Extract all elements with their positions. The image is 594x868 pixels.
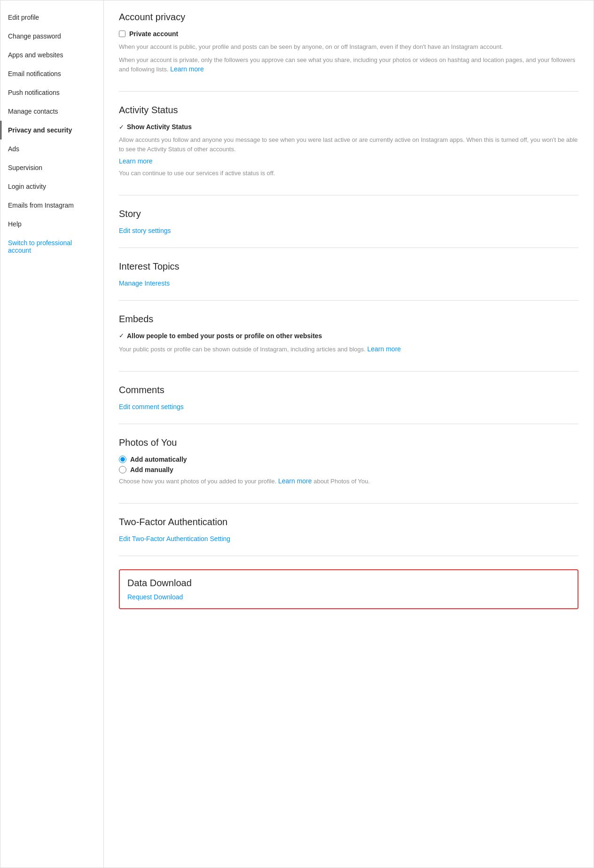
sidebar-item-apps-and-websites[interactable]: Apps and websites xyxy=(0,46,103,64)
sidebar-item-privacy-and-security[interactable]: Privacy and security xyxy=(0,121,103,140)
request-download-link[interactable]: Request Download xyxy=(127,593,183,601)
sidebar-item-ads[interactable]: Ads xyxy=(0,140,103,158)
sidebar-item-emails-from-instagram[interactable]: Emails from Instagram xyxy=(0,196,103,215)
private-account-label[interactable]: Private account xyxy=(129,30,178,38)
sidebar-item-manage-contacts[interactable]: Manage contacts xyxy=(0,102,103,121)
main-content: Account privacy Private account When you… xyxy=(104,0,594,868)
data-download-title: Data Download xyxy=(127,578,570,589)
manage-interests-link[interactable]: Manage Interests xyxy=(119,279,170,287)
photos-of-you-title: Photos of You xyxy=(119,437,578,448)
add-manually-row: Add manually xyxy=(119,466,578,473)
photos-of-you-section: Photos of You Add automatically Add manu… xyxy=(119,437,578,504)
sidebar-item-supervision[interactable]: Supervision xyxy=(0,158,103,177)
private-account-row: Private account xyxy=(119,30,578,38)
checkmark-icon: ✓ xyxy=(119,124,124,131)
private-account-checkbox[interactable] xyxy=(119,31,125,37)
edit-two-factor-link[interactable]: Edit Two-Factor Authentication Setting xyxy=(119,535,230,542)
comments-section: Comments Edit comment settings xyxy=(119,385,578,424)
embeds-learn-more[interactable]: Learn more xyxy=(367,345,401,353)
two-factor-auth-section: Two-Factor Authentication Edit Two-Facto… xyxy=(119,517,578,556)
add-automatically-radio[interactable] xyxy=(119,456,126,463)
story-title: Story xyxy=(119,209,578,219)
two-factor-auth-title: Two-Factor Authentication xyxy=(119,517,578,527)
account-privacy-learn-more[interactable]: Learn more xyxy=(170,65,204,73)
embeds-checkmark-icon: ✓ xyxy=(119,332,124,339)
account-privacy-desc2: When your account is private, only the f… xyxy=(119,55,578,75)
sidebar-item-switch-to-professional[interactable]: Switch to professional account xyxy=(0,233,103,260)
activity-status-extra: You can continue to use our services if … xyxy=(119,169,578,178)
activity-status-section: Activity Status ✓ Show Activity Status A… xyxy=(119,105,578,195)
embeds-section: Embeds ✓ Allow people to embed your post… xyxy=(119,314,578,372)
activity-status-learn-more[interactable]: Learn more xyxy=(119,157,578,165)
embeds-allow-row: ✓ Allow people to embed your posts or pr… xyxy=(119,332,578,340)
sidebar-item-help[interactable]: Help xyxy=(0,215,103,233)
story-section: Story Edit story settings xyxy=(119,209,578,248)
account-privacy-title: Account privacy xyxy=(119,12,578,23)
account-privacy-section: Account privacy Private account When you… xyxy=(119,12,578,92)
embeds-allow-label: Allow people to embed your posts or prof… xyxy=(127,332,322,340)
add-manually-label[interactable]: Add manually xyxy=(130,466,173,473)
sidebar: Edit profileChange passwordApps and webs… xyxy=(0,0,104,868)
data-download-section: Data Download Request Download xyxy=(119,569,578,609)
show-activity-row: ✓ Show Activity Status xyxy=(119,123,578,131)
show-activity-label: Show Activity Status xyxy=(127,123,192,131)
photos-of-you-desc: Choose how you want photos of you added … xyxy=(119,476,578,486)
comments-title: Comments xyxy=(119,385,578,395)
sidebar-item-login-activity[interactable]: Login activity xyxy=(0,177,103,196)
edit-story-settings-link[interactable]: Edit story settings xyxy=(119,227,171,234)
activity-status-desc: Allow accounts you follow and anyone you… xyxy=(119,135,578,154)
sidebar-item-change-password[interactable]: Change password xyxy=(0,27,103,46)
add-manually-radio[interactable] xyxy=(119,466,126,473)
interest-topics-section: Interest Topics Manage Interests xyxy=(119,261,578,301)
activity-status-title: Activity Status xyxy=(119,105,578,116)
sidebar-item-email-notifications[interactable]: Email notifications xyxy=(0,64,103,83)
edit-comment-settings-link[interactable]: Edit comment settings xyxy=(119,403,184,411)
add-automatically-label[interactable]: Add automatically xyxy=(130,456,187,463)
add-automatically-row: Add automatically xyxy=(119,456,578,463)
sidebar-item-push-notifications[interactable]: Push notifications xyxy=(0,83,103,102)
interest-topics-title: Interest Topics xyxy=(119,261,578,272)
embeds-desc: Your public posts or profile can be show… xyxy=(119,344,578,354)
sidebar-item-edit-profile[interactable]: Edit profile xyxy=(0,8,103,27)
embeds-title: Embeds xyxy=(119,314,578,325)
account-privacy-desc1: When your account is public, your profil… xyxy=(119,42,578,52)
photos-of-you-learn-more[interactable]: Learn more xyxy=(278,477,312,485)
